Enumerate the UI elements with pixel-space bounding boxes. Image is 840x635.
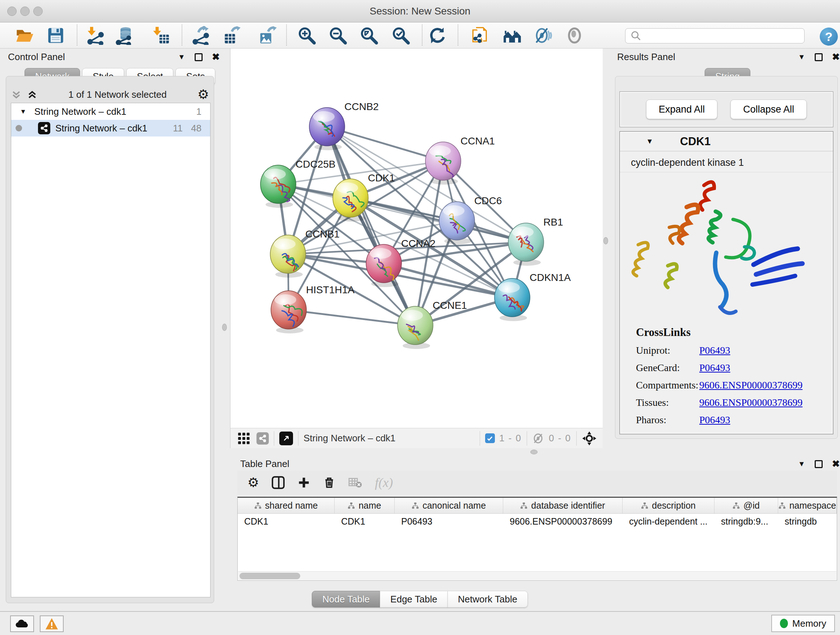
network-node-CCNB1[interactable]: CCNB1 — [270, 228, 340, 278]
cloud-status-button[interactable] — [10, 616, 34, 632]
scrollbar-thumb[interactable] — [240, 573, 300, 579]
table-horizontal-scrollbar[interactable] — [238, 571, 836, 580]
collapse-all-button[interactable]: Collapse All — [730, 100, 807, 119]
collapse-panel-icon[interactable]: ▼ — [178, 53, 185, 61]
tab-network-table[interactable]: Network Table — [447, 591, 528, 608]
zoom-selected-icon[interactable] — [389, 25, 412, 46]
selected-nodes-checkbox[interactable] — [485, 433, 495, 443]
close-panel-icon[interactable]: ✖ — [832, 51, 840, 63]
table-cell[interactable]: CDK1 — [238, 514, 335, 529]
toolbar-separator — [458, 25, 458, 46]
crosslink-link[interactable]: P06493 — [699, 345, 730, 356]
collapse-all-icon[interactable] — [11, 89, 22, 100]
import-network-file-icon[interactable] — [83, 25, 106, 46]
table-cell[interactable]: cyclin-dependent ... — [622, 514, 714, 529]
search-box — [625, 28, 805, 43]
refresh-icon[interactable] — [426, 25, 449, 46]
export-table-icon[interactable] — [220, 25, 243, 46]
crosslink-label: GeneCard: — [636, 362, 699, 374]
memory-status-dot — [780, 619, 788, 628]
crosslinks-title: CrossLinks — [636, 326, 833, 339]
table-cell[interactable]: stringdb:9... — [714, 514, 778, 529]
import-network-database-icon[interactable] — [113, 25, 136, 46]
edge-CCNB2-CCNE1[interactable] — [327, 127, 415, 325]
close-panel-icon[interactable]: ✖ — [212, 51, 220, 63]
horizontal-splitter-handle[interactable] — [531, 450, 538, 454]
save-session-icon[interactable] — [44, 25, 67, 46]
memory-button[interactable]: Memory — [771, 615, 835, 632]
export-image-icon[interactable] — [256, 25, 279, 46]
column-header-database-identifier[interactable]: database identifier — [503, 498, 622, 513]
network-node-CDKN1A[interactable]: CDKN1A — [494, 272, 571, 321]
vertical-splitter-handle[interactable] — [222, 324, 227, 331]
column-type-icon — [254, 502, 262, 509]
show-columns-icon[interactable] — [271, 476, 285, 489]
help-button[interactable]: ? — [820, 27, 838, 46]
export-network-icon[interactable] — [189, 25, 212, 46]
grid-view-icon[interactable] — [237, 432, 251, 445]
zoom-in-icon[interactable] — [295, 25, 318, 46]
node-label: HIST1H1A — [306, 284, 355, 295]
tree-expander-icon[interactable]: ▼ — [20, 108, 27, 116]
table-row[interactable]: CDK1CDK1P064939606.ENSP00000378699cyclin… — [238, 514, 837, 529]
string-home-icon[interactable] — [501, 25, 524, 46]
float-panel-icon[interactable] — [815, 53, 823, 61]
import-table-file-icon[interactable] — [149, 25, 172, 46]
control-panel-header: Control Panel — [8, 51, 65, 63]
vertical-splitter-handle[interactable] — [603, 237, 608, 244]
column-header-shared-name[interactable]: shared name — [238, 498, 335, 513]
zoom-fit-icon[interactable] — [357, 25, 381, 46]
network-node-RB1[interactable]: RB1 — [508, 217, 563, 266]
toolbar-separator — [182, 25, 182, 46]
network-graph[interactable]: CCNB2CCNA1CDC25BCDK1CDC6RB1CCNB1CCNA2CDK… — [231, 49, 603, 428]
entry-header[interactable]: ▼ CDK1 — [620, 132, 833, 151]
crosslink-link[interactable]: P06493 — [699, 362, 730, 374]
table-cell[interactable]: CDK1 — [335, 514, 395, 529]
add-column-icon[interactable] — [297, 476, 310, 489]
crosslink-link[interactable]: P06493 — [699, 414, 730, 426]
crosslink-link[interactable]: 9606.ENSP00000378699 — [699, 379, 802, 391]
expand-all-button[interactable]: Expand All — [646, 100, 718, 119]
zoom-out-icon[interactable] — [326, 25, 349, 46]
column-header-namespace[interactable]: namespace — [778, 498, 837, 513]
close-panel-icon[interactable]: ✖ — [832, 458, 840, 470]
node-gloss — [313, 111, 335, 122]
table-options-gear-icon[interactable]: ⚙ — [248, 476, 259, 489]
detach-view-icon[interactable] — [279, 432, 293, 445]
search-icon — [630, 30, 642, 42]
tab-edge-table[interactable]: Edge Table — [380, 591, 448, 608]
network-canvas[interactable]: CCNB2CCNA1CDC25BCDK1CDC6RB1CCNB1CCNA2CDK… — [230, 49, 603, 428]
network-node-CDC25B[interactable]: CDC25B — [261, 158, 335, 208]
network-thumbnail-icon[interactable] — [256, 432, 269, 445]
expand-all-icon[interactable] — [27, 89, 38, 100]
collapse-panel-icon[interactable]: ▼ — [798, 460, 805, 468]
collapse-panel-icon[interactable]: ▼ — [798, 53, 805, 61]
tab-node-table[interactable]: Node Table — [312, 591, 380, 608]
pan-crosshair-icon[interactable] — [582, 431, 597, 446]
column-header-id[interactable]: @id — [714, 498, 778, 513]
column-header-description[interactable]: description — [622, 498, 714, 513]
search-input[interactable] — [645, 29, 804, 42]
network-collection-row[interactable]: ▼ String Network – cdk1 1 — [11, 103, 210, 120]
warning-icon — [45, 618, 58, 630]
hide-panels-eye-icon[interactable] — [532, 25, 555, 46]
warnings-button[interactable] — [40, 616, 64, 632]
network-node-CDC6[interactable]: CDC6 — [439, 195, 502, 244]
table-cell[interactable]: 9606.ENSP00000378699 — [503, 514, 622, 529]
network-row[interactable]: String Network – cdk1 11 48 — [11, 120, 210, 136]
edge-CCNE1-HIST1H1A[interactable] — [289, 310, 415, 325]
entry-expander-icon[interactable]: ▼ — [646, 137, 653, 146]
table-cell[interactable]: P06493 — [395, 514, 503, 529]
show-panels-eye-icon[interactable] — [563, 25, 586, 46]
table-cell[interactable]: stringdb — [778, 514, 837, 529]
delete-column-trash-icon[interactable] — [323, 476, 336, 489]
network-options-gear-icon[interactable]: ⚙ — [197, 88, 209, 101]
float-panel-icon[interactable] — [195, 53, 202, 61]
column-header-name[interactable]: name — [335, 498, 395, 513]
string-import-icon[interactable] — [469, 25, 493, 46]
column-header-canonical-name[interactable]: canonical name — [395, 498, 503, 513]
network-node-HIST1H1A[interactable]: HIST1H1A — [271, 284, 355, 333]
open-session-icon[interactable] — [13, 25, 36, 46]
crosslink-link[interactable]: 9606.ENSP00000378699 — [699, 397, 802, 409]
float-panel-icon[interactable] — [815, 460, 823, 468]
